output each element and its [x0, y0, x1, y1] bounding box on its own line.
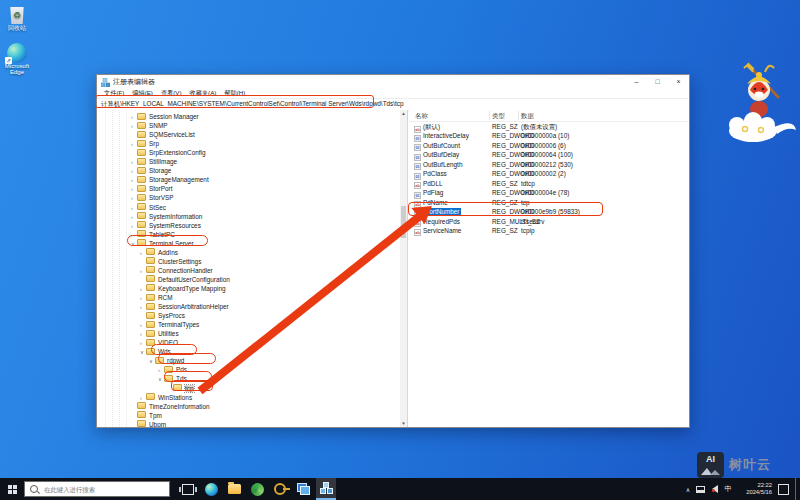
tree-item-systemresources[interactable]: ›SystemResources: [97, 221, 399, 230]
value-row-pdflag[interactable]: 01PdFlagREG_DWORD0x0000004e (78): [409, 188, 689, 197]
taskbar-green-app-button[interactable]: [247, 478, 267, 500]
value-row-outbufcount[interactable]: 01OutBufCountREG_DWORD0x00000006 (6): [409, 141, 689, 150]
tree-item-sessionarbitrationhelper[interactable]: ›SessionArbitrationHelper: [97, 302, 399, 311]
tree-item-rcm[interactable]: ›RCM: [97, 293, 399, 302]
tree-item-tpm[interactable]: Tpm: [97, 411, 399, 420]
folder-icon: [146, 348, 155, 355]
folder-icon: [146, 339, 155, 346]
network-icon[interactable]: [696, 486, 705, 493]
task-view-button[interactable]: [178, 478, 198, 500]
tree-item-session-manager[interactable]: ›Session Manager: [97, 112, 399, 121]
tree-item-stillimage[interactable]: ›StillImage: [97, 157, 399, 166]
maximize-icon[interactable]: □: [647, 75, 668, 89]
folder-icon: [137, 194, 146, 201]
tree-item-ubpm[interactable]: Ubpm: [97, 420, 399, 427]
tree-item-utilities[interactable]: ›Utilities: [97, 329, 399, 338]
tree-item-srp[interactable]: ›Srp: [97, 139, 399, 148]
tree-item-sqmservicelist[interactable]: SQMServiceList: [97, 130, 399, 139]
value-name: PdClass: [423, 170, 447, 177]
value-row--[interactable]: ab(默认)REG_SZ(数值未设置): [409, 122, 689, 131]
tree-item-terminal-server[interactable]: ∨Terminal Server: [97, 239, 399, 248]
volume-icon[interactable]: [712, 485, 718, 493]
folder-icon: [137, 411, 146, 418]
tree-item-tcp[interactable]: tcp: [97, 384, 399, 393]
ime-indicator[interactable]: 中: [722, 484, 734, 494]
tree-item-stsec[interactable]: ›StSec: [97, 203, 399, 212]
tree-item-storvsp[interactable]: ›StorVSP: [97, 193, 399, 202]
menu-file[interactable]: 文件(F): [100, 89, 128, 98]
tree-item-storport[interactable]: ›StorPort: [97, 184, 399, 193]
taskbar-edge-button[interactable]: [201, 478, 221, 500]
taskbar-regedit-button[interactable]: [316, 478, 336, 500]
value-data: 0x0000000a (10): [521, 131, 569, 140]
value-row-requiredpds[interactable]: abRequiredPdsREG_MULTI_SZtssecsrv: [409, 217, 689, 226]
taskbar-remote-app-button[interactable]: [293, 478, 313, 500]
menu-edit[interactable]: 编辑(E): [128, 89, 157, 98]
tree-item-label: Ubpm: [149, 421, 166, 427]
tree-item-keyboardtype-mapping[interactable]: ›KeyboardType Mapping: [97, 284, 399, 293]
value-row-pdclass[interactable]: 01PdClassREG_DWORD0x00000002 (2): [409, 169, 689, 178]
tree-item-rdpwd[interactable]: ∨rdpwd: [97, 356, 399, 365]
minimize-icon[interactable]: –: [626, 75, 647, 89]
tree-item-pds[interactable]: ›Pds: [97, 365, 399, 374]
scroll-up-icon[interactable]: ▲: [400, 110, 407, 117]
tree-item-tabletpc[interactable]: ›TabletPC: [97, 230, 399, 239]
tree-item-sysprocs[interactable]: SysProcs: [97, 311, 399, 320]
close-icon[interactable]: ×: [668, 75, 689, 89]
start-button[interactable]: [0, 478, 24, 500]
value-row-outbuflength[interactable]: 01OutBufLengthREG_DWORD0x00000212 (530): [409, 160, 689, 169]
tree-item-clustersettings[interactable]: ClusterSettings: [97, 257, 399, 266]
menu-view[interactable]: 查看(V): [157, 89, 186, 98]
tree-item-snmp[interactable]: ›SNMP: [97, 121, 399, 130]
tree-item-winstations[interactable]: ›WinStations: [97, 393, 399, 402]
column-data[interactable]: 数据: [521, 110, 534, 121]
tree-item-timezoneinformation[interactable]: TimeZoneInformation: [97, 402, 399, 411]
show-desktop-button[interactable]: [795, 478, 800, 500]
folder-icon: [137, 230, 146, 237]
search-input[interactable]: [42, 482, 169, 496]
tray-chevron-icon[interactable]: ∧: [683, 486, 693, 493]
folder-icon: [146, 294, 155, 301]
taskbar-key-app-button[interactable]: [270, 478, 290, 500]
value-row-interactivedelay[interactable]: 01InteractiveDelayREG_DWORD0x0000000a (1…: [409, 131, 689, 140]
titlebar[interactable]: 注册表编辑器 – □ ×: [97, 75, 689, 89]
tree-item-video[interactable]: ›VIDEO: [97, 338, 399, 347]
tree-item-defaultuserconfiguration[interactable]: DefaultUserConfiguration: [97, 275, 399, 284]
value-name: PdFlag: [423, 189, 443, 196]
value-row-pdname[interactable]: abPdNameREG_SZtcp: [409, 198, 689, 207]
tree-item-terminaltypes[interactable]: ›TerminalTypes: [97, 320, 399, 329]
tree-item-storage[interactable]: ›Storage: [97, 166, 399, 175]
tree-item-connectionhandler[interactable]: ›ConnectionHandler: [97, 266, 399, 275]
value-row-servicename[interactable]: abServiceNameREG_SZtcpip: [409, 226, 689, 235]
folder-icon: [146, 275, 155, 282]
tree-item-wds[interactable]: ∨Wds: [97, 347, 399, 356]
tree-item-storagemanagement[interactable]: ›StorageManagement: [97, 175, 399, 184]
taskbar-explorer-button[interactable]: [224, 478, 244, 500]
folder-icon: [164, 366, 173, 373]
column-name[interactable]: 名称: [415, 110, 428, 121]
tree-item-addins[interactable]: ›AddIns: [97, 248, 399, 257]
scroll-thumb[interactable]: [401, 206, 406, 238]
tree-item-label: StorPort: [149, 185, 172, 192]
tree-item-srpextensionconfig[interactable]: SrpExtensionConfig: [97, 148, 399, 157]
folder-icon: [146, 303, 155, 310]
tree-item-tds[interactable]: ∨Tds: [97, 374, 399, 383]
scroll-down-icon[interactable]: ▼: [400, 420, 407, 427]
menu-help[interactable]: 帮助(H): [220, 89, 249, 98]
value-row-outbufdelay[interactable]: 01OutBufDelayREG_DWORD0x00000064 (100): [409, 150, 689, 159]
clock[interactable]: 22:22 2024/5/16: [738, 482, 772, 496]
menu-favorites[interactable]: 收藏夹(A): [186, 89, 221, 98]
value-row-pddll[interactable]: abPdDLLREG_SZtdtcp: [409, 179, 689, 188]
column-type[interactable]: 类型: [492, 110, 505, 121]
folder-icon: [137, 176, 146, 183]
tree-item-systeminformation[interactable]: ›SystemInformation: [97, 212, 399, 221]
tree-item-label: TabletPC: [149, 231, 175, 238]
desktop-icon-recycle-bin[interactable]: ♻ 回收站: [0, 7, 34, 33]
value-row-portnumber[interactable]: 01PortNumberREG_DWORD0x0000e9b9 (59833): [409, 207, 689, 216]
value-data: tdtcp: [521, 179, 535, 188]
taskbar-search[interactable]: [24, 481, 170, 497]
tree-scrollbar[interactable]: ▲ ▼: [400, 110, 407, 427]
desktop-icon-edge[interactable]: ↗ Microsoft Edge: [0, 43, 34, 75]
action-center-icon[interactable]: [778, 484, 789, 495]
values-panel: 名称 类型 数据 ab(默认)REG_SZ(数值未设置)01Interactiv…: [409, 110, 689, 427]
